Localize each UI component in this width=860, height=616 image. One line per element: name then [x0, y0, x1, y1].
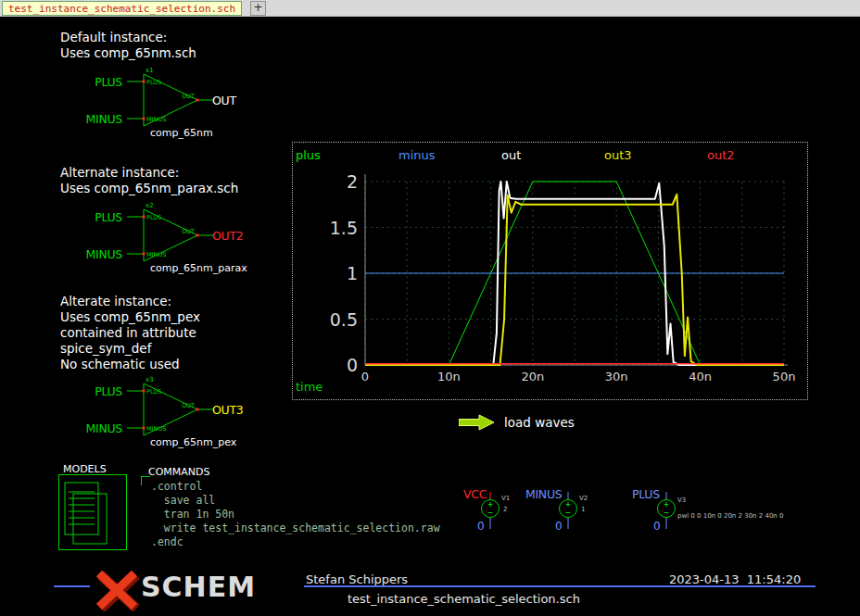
commands-title: COMMANDS — [148, 466, 210, 478]
author-name: Stefan Schippers — [306, 572, 408, 586]
graph-x-tick: 10n — [437, 370, 461, 383]
net-label-minus[interactable]: MINUS — [86, 247, 122, 261]
instance-designator: x1 — [145, 67, 154, 74]
graph-x-tick: 0 — [361, 370, 369, 383]
net-label-out3[interactable]: OUT3 — [212, 403, 243, 417]
new-tab-button[interactable]: + — [250, 1, 266, 16]
net-label-plus[interactable]: PLUS — [95, 384, 122, 398]
models-box[interactable] — [58, 474, 127, 550]
graph-y-tick: 2 — [347, 171, 358, 192]
trace-out3 — [365, 195, 784, 365]
pin-square — [143, 253, 145, 256]
note-line: Default instance: — [60, 30, 196, 45]
timestamp: 2023-04-13 11:54:20 — [669, 572, 801, 586]
pin-square — [143, 216, 145, 219]
note-pex-instance: Alterate instance: Uses comp_65nm_pex co… — [60, 294, 200, 372]
source-value: 1 — [581, 506, 585, 513]
instance-model-name: comp_65nm_parax — [150, 262, 247, 274]
instance-model-name: comp_65nm_pex — [150, 436, 236, 448]
pin-square — [143, 81, 145, 83]
net-label-out2[interactable]: OUT2 — [212, 229, 243, 243]
graph-y-tick: 1.5 — [330, 218, 358, 238]
pin-name-plus: PLUS — [146, 79, 161, 86]
note-alternate-instance: Alternate instance: Uses comp_65nm_parax… — [60, 165, 238, 196]
net-label-plus[interactable]: PLUS — [95, 75, 122, 89]
pin-square — [143, 427, 145, 430]
graph-x-tick: 20n — [521, 370, 544, 383]
net-label-out[interactable]: OUT — [212, 94, 236, 107]
net-label-ground[interactable]: 0 — [555, 520, 563, 533]
note-line: Uses comp_65nm.sch — [60, 45, 196, 61]
source-name: V2 — [579, 495, 588, 502]
title-block-line — [54, 585, 90, 587]
net-label-ground[interactable]: 0 — [477, 520, 485, 533]
pin-square — [196, 99, 199, 102]
source-name: V3 — [677, 497, 686, 504]
pin-square — [196, 234, 199, 237]
load-waves-launcher[interactable]: load waves — [459, 414, 607, 433]
instance-designator: x2 — [145, 202, 154, 209]
instance-designator: x3 — [145, 376, 154, 383]
graph-x-tick: 40n — [689, 370, 712, 383]
load-waves-label: load waves — [504, 415, 575, 430]
graph-x-tick: 50n — [773, 370, 796, 383]
load-waves-arrow-icon — [459, 414, 496, 431]
comparator-symbol[interactable]: x2 PLUS MINUS OUT — [125, 200, 218, 270]
graph-x-axis-label: time — [296, 380, 322, 394]
graph-y-tick: 0.5 — [330, 309, 358, 330]
schematic-canvas[interactable]: Default instance: Uses comp_65nm.sch Alt… — [0, 17, 860, 616]
note-line: contained in attribute — [60, 325, 200, 341]
comparator-symbol[interactable]: x1 PLUS MINUS OUT — [125, 65, 218, 135]
comparator-instance-x3[interactable]: PLUS MINUS x3 PLUS MINUS OUT OUT3 comp_6… — [83, 374, 278, 459]
pin-name-out: OUT — [182, 93, 195, 100]
graph-y-tick: 1 — [347, 263, 358, 283]
pin-name-minus: MINUS — [146, 116, 166, 123]
pin-name-minus: MINUS — [146, 425, 166, 433]
tab-label: test_instance_schematic_selection.sch — [8, 3, 235, 15]
graph-x-tick: 30n — [605, 370, 628, 383]
xschem-logo-text: SCHEM — [141, 571, 256, 603]
pin-name-out: OUT — [182, 228, 195, 235]
source-value: 2 — [503, 506, 507, 513]
note-line: Alternate instance: — [60, 165, 238, 181]
note-line: Uses comp_65nm_pex — [60, 309, 200, 325]
pin-square — [143, 390, 145, 393]
note-line: No schematic used — [60, 357, 200, 372]
comparator-symbol[interactable]: x3 PLUS MINUS OUT — [125, 374, 218, 445]
comparator-instance-x2[interactable]: PLUS MINUS x2 PLUS MINUS OUT OUT2 comp_6… — [83, 200, 278, 285]
comparator-instance-x1[interactable]: PLUS MINUS x1 PLUS MINUS OUT OUT comp_65… — [83, 65, 278, 150]
pin-name-plus: PLUS — [146, 214, 161, 221]
note-line: Uses comp_65nm_parax.sch — [60, 181, 238, 196]
note-default-instance: Default instance: Uses comp_65nm.sch — [60, 30, 196, 61]
net-label-ground[interactable]: 0 — [653, 520, 661, 533]
tab-bar: test_instance_schematic_selection.sch + — [0, 0, 860, 17]
pin-name-plus: PLUS — [146, 388, 161, 396]
net-label-plus[interactable]: PLUS — [95, 210, 122, 224]
graph-plot-area: 00.511.52010n20n30n40n50n — [293, 143, 809, 401]
pin-square — [196, 409, 199, 411]
net-label-minus[interactable]: MINUS — [86, 112, 122, 126]
waveform-graph[interactable]: plusminusoutout3out2 00.511.52010n20n30n… — [292, 142, 808, 400]
net-label-minus[interactable]: MINUS — [86, 421, 122, 435]
tab-current-file[interactable]: test_instance_schematic_selection.sch — [2, 1, 242, 16]
commands-bracket-icon — [141, 476, 150, 485]
xschem-logo-x-icon — [93, 569, 141, 611]
note-line: Alterate instance: — [60, 294, 200, 309]
schematic-filename: test_instance_schematic_selection.sch — [348, 592, 580, 606]
source-name: V1 — [501, 495, 510, 502]
pin-name-out: OUT — [182, 402, 195, 409]
pin-name-minus: MINUS — [146, 251, 166, 258]
instance-model-name: comp_65nm — [150, 127, 213, 139]
graph-y-tick: 0 — [347, 355, 358, 375]
vsource-v3[interactable]: PLUS V3 pwl 0 0 10n 0 20n 2 30n 2 40n 0 … — [631, 484, 826, 535]
source-value: pwl 0 0 10n 0 20n 2 30n 2 40n 0 — [677, 512, 783, 520]
pin-square — [143, 118, 145, 120]
document-stack-icon — [59, 475, 126, 549]
note-line: spice_sym_def — [60, 341, 200, 357]
spice-commands-text[interactable]: .control save all tran 1n 50n write test… — [151, 480, 440, 549]
